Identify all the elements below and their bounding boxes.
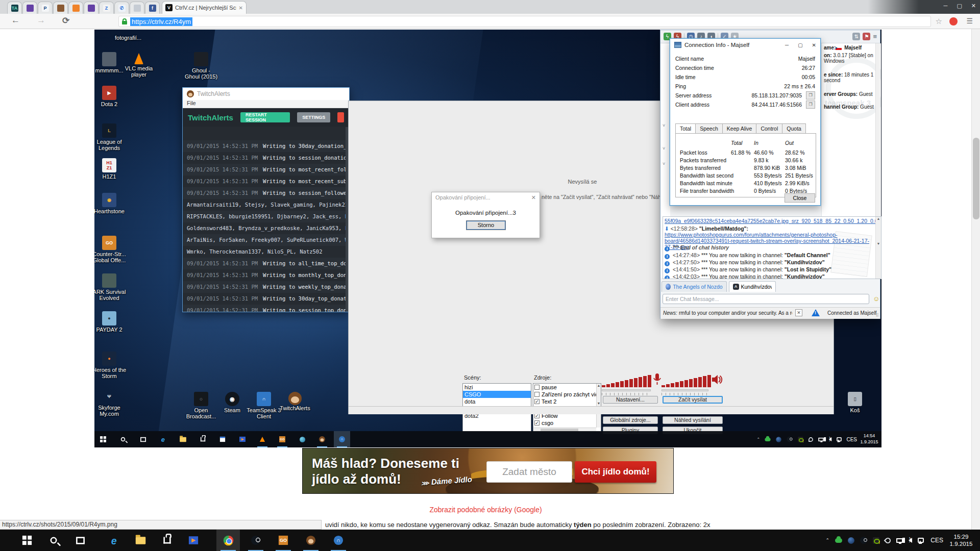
desktop-icon-fotografie[interactable]: fotografií...	[109, 35, 148, 41]
tray-chevron-icon[interactable]: ⌃	[757, 437, 760, 441]
nvidia-icon[interactable]	[873, 537, 879, 544]
teamspeak-menu-icon[interactable]: ≡	[873, 33, 877, 40]
taskbar-chrome-icon[interactable]	[216, 530, 240, 551]
sort-arrows-icon[interactable]: ⇅	[852, 33, 860, 40]
app-sphere-icon[interactable]	[776, 437, 781, 442]
flag-icon[interactable]: ⚑	[863, 33, 870, 40]
dialog-maximize-icon[interactable]: ▢	[798, 42, 802, 48]
start-streaming-button[interactable]: Začít vysílat	[663, 396, 723, 404]
desktop-icon-recycle-bin[interactable]: ▯Koš	[836, 392, 874, 413]
reconnect-dialog-titlebar[interactable]: Opakování připojení... ✕	[432, 192, 540, 203]
taskbar-csgo-icon[interactable]: GO	[272, 530, 295, 551]
pinned-tab-twitch[interactable]	[22, 2, 37, 14]
tree-collapse-icon[interactable]: ˅	[663, 161, 665, 166]
twitchalerts-file-menu[interactable]: File	[183, 100, 349, 108]
chat-tab-channel[interactable]: AKundihvízdov	[729, 281, 776, 292]
pinned-tab-twitchalerts[interactable]: TA	[7, 2, 22, 14]
shot-taskbar-search-icon[interactable]	[115, 431, 131, 447]
action-center-icon[interactable]	[918, 538, 924, 543]
desktop-icon-skyforge[interactable]: ΨSkyforge My.com	[94, 389, 129, 417]
volume-icon[interactable]	[909, 538, 912, 543]
chat-tab-server[interactable]: The Angels of Nozdormu	[662, 281, 727, 292]
shot-taskbar-vlc-icon[interactable]	[254, 431, 271, 447]
dialog-close-icon[interactable]: ✕	[812, 42, 816, 48]
pinned-tab-monitor[interactable]	[130, 2, 144, 14]
taskbar-explorer-icon[interactable]	[129, 530, 152, 551]
order-food-button[interactable]: Chci jídlo domů!	[575, 461, 656, 483]
close-button[interactable]: ✕	[971, 1, 976, 10]
settings-button[interactable]: SETTINGS	[297, 112, 330, 122]
desktop-icon-ark[interactable]: ARK Survival Evolved	[94, 273, 129, 301]
shot-taskbar-twitchalerts-icon[interactable]	[314, 431, 330, 447]
settings-button[interactable]: Nastavení...	[603, 396, 658, 404]
taskbar-clock[interactable]: 15:291.9.2015	[945, 533, 977, 547]
tree-collapse-icon[interactable]: ˅	[663, 123, 665, 128]
shot-taskbar-csgo-icon[interactable]: GO	[274, 431, 290, 447]
conn-tab-keep-alive[interactable]: Keep Alive	[722, 123, 757, 134]
network-icon[interactable]	[819, 437, 824, 441]
scene-item[interactable]: CSGO	[463, 391, 531, 398]
source-item[interactable]: Zařízení pro záchyt videa	[533, 391, 601, 398]
pinned-tab-site[interactable]: Z	[99, 2, 114, 14]
conn-tab-speech[interactable]: Speech	[695, 123, 723, 134]
source-item[interactable]: ✓Text 2	[533, 398, 601, 405]
shot-taskbar-teamspeak-icon[interactable]: ∩	[334, 431, 350, 447]
steam-tray-icon[interactable]	[860, 537, 867, 544]
tab-ctrlv[interactable]: V CtrlV.cz | Nejrychlejší Scre ✕	[162, 1, 247, 14]
checked-checkbox[interactable]: ✓	[534, 420, 540, 425]
desktop-icon-twitchalerts[interactable]: TwitchAlerts	[276, 392, 314, 411]
pinned-tab-phone[interactable]: ✆	[114, 2, 129, 14]
shot-taskbar-calendar-icon[interactable]	[214, 431, 231, 447]
info-panel-scrollbar[interactable]	[875, 43, 880, 217]
mic-icon[interactable]	[652, 373, 662, 386]
desktop-icon-lol[interactable]: LLeague of Legends	[94, 123, 129, 151]
resize-grip[interactable]: ⠿	[875, 313, 879, 318]
shot-taskbar-explorer-icon[interactable]	[175, 431, 191, 447]
chat-message-input[interactable]	[663, 294, 869, 304]
tab-close-icon[interactable]: ✕	[239, 5, 243, 11]
desktop-icon-payday2[interactable]: ●PAYDAY 2	[94, 311, 129, 333]
taskbar-store-icon[interactable]	[155, 530, 179, 551]
pinned-tab-game-avatar[interactable]	[53, 2, 68, 14]
copy-icon[interactable]: ❐	[806, 101, 815, 109]
forward-button[interactable]: →	[37, 15, 45, 26]
unchecked-checkbox[interactable]	[534, 392, 540, 397]
copy-icon[interactable]: ❐	[806, 91, 815, 99]
browser-menu-icon[interactable]: ☰	[966, 17, 973, 25]
desktop-volume-slider[interactable]	[662, 389, 708, 391]
shot-taskbar-globe-icon[interactable]	[294, 431, 310, 447]
scene-item[interactable]: hizi	[463, 384, 531, 391]
shot-taskbar-start-button[interactable]	[95, 431, 111, 447]
cloud-app-icon[interactable]	[765, 437, 771, 441]
action-center-icon[interactable]	[837, 437, 842, 441]
tree-collapse-icon[interactable]: ˅	[663, 146, 665, 151]
taskbar-steam-icon[interactable]	[244, 530, 267, 551]
storno-button[interactable]: Storno	[466, 220, 506, 230]
dialog-minimize-icon[interactable]: ─	[785, 42, 789, 48]
shot-taskbar-task-view-icon[interactable]	[135, 431, 151, 447]
url-text[interactable]: https://ctrlv.cz/R4ym	[130, 17, 192, 26]
language-indicator[interactable]: CES	[930, 530, 943, 551]
page-scrollbar[interactable]	[971, 29, 980, 530]
global-sources-button[interactable]: Globální zdroje...	[603, 416, 658, 424]
desktop-icon-hearthstone[interactable]: ◉Hearthstone	[94, 193, 129, 214]
similar-images-link[interactable]: Zobrazit podobné obrázky (Google)	[0, 506, 971, 514]
tray-chevron-icon[interactable]: ⌃	[825, 538, 829, 543]
reload-button[interactable]: ⟳	[62, 15, 69, 26]
source-item[interactable]: pause	[533, 384, 601, 391]
pinned-tab-twitch-2[interactable]	[84, 2, 99, 14]
address-bar[interactable]: https://ctrlv.cz/R4ym	[118, 16, 931, 27]
twitchalerts-titlebar[interactable]: TwitchAlerts	[183, 88, 349, 100]
satellite-icon[interactable]	[884, 536, 892, 544]
taskbar-edge-icon[interactable]: e	[102, 530, 126, 551]
desktop-icon-hots[interactable]: ●Heroes of the Storm	[94, 352, 129, 379]
taskbar-movies-icon[interactable]: ▶	[182, 530, 205, 551]
volume-icon[interactable]	[829, 437, 832, 441]
restart-session-button[interactable]: RESTART SESSION	[240, 112, 290, 122]
ad-banner[interactable]: Máš hlad? Doneseme tijídlo až domů! ⋙ Dá…	[302, 448, 674, 494]
taskbar-search-icon[interactable]	[42, 530, 65, 551]
app-sphere-icon[interactable]	[848, 537, 854, 544]
checked-checkbox[interactable]: ✓	[534, 399, 540, 404]
extension-badge-icon[interactable]	[949, 17, 958, 26]
news-close-icon[interactable]: ✕	[795, 309, 802, 316]
